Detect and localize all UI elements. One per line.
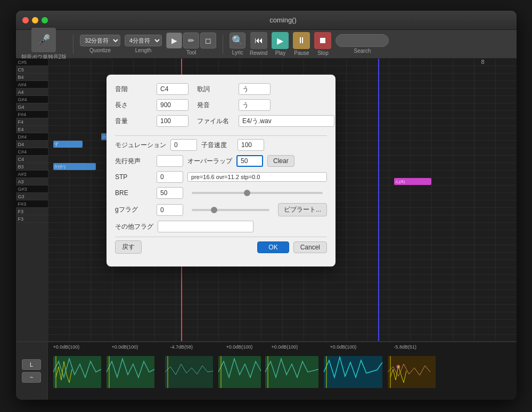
title-bar: coming() <box>16 11 517 30</box>
piano-key-f3[interactable]: F3 <box>16 208 48 215</box>
piano-key-b4[interactable]: B4 <box>16 74 48 81</box>
mod-row: モジュレーション 子音速度 <box>115 139 327 151</box>
vibrato-button[interactable]: ビブラート... <box>278 203 327 216</box>
avatar-group: 🎤 朝音ボウ単独音2版 <box>21 28 67 61</box>
length-row: 長さ <box>115 99 189 111</box>
cancel-button[interactable]: Cancel <box>293 241 327 253</box>
piano-key-f3b[interactable]: F3 <box>16 215 48 223</box>
tilde-button[interactable]: ~ <box>22 372 41 383</box>
piano-key-g4[interactable]: G4 <box>16 103 48 111</box>
lyric-label: Lyric <box>232 50 243 55</box>
cursor-tool-btn[interactable]: ▶ <box>166 33 182 49</box>
prevoice-input[interactable] <box>157 155 183 167</box>
pronunciation-label: 発音 <box>197 101 234 110</box>
piano-key-e4[interactable]: E4 <box>16 126 48 133</box>
length-select[interactable]: 4分音符 8分音符 2分音符 <box>125 35 162 46</box>
piano-key-gs3[interactable]: G#3 <box>16 185 48 193</box>
search-label: Search <box>354 48 371 54</box>
prevoice-label: 先行発声 <box>115 157 152 166</box>
other-flags-label: その他フラグ <box>115 222 153 231</box>
length-group: 4分音符 8分音符 2分音符 Length <box>125 35 162 53</box>
piano-key-cs5[interactable]: C#5 <box>16 59 48 66</box>
minimize-button[interactable] <box>32 17 38 23</box>
bar-marker-8: 8 <box>481 59 484 65</box>
divider-1 <box>73 35 73 54</box>
volume-input[interactable] <box>157 115 189 127</box>
piano-key-fs3[interactable]: F#3 <box>16 200 48 208</box>
rewind-label: Rewind <box>250 50 267 56</box>
pronunciation-input[interactable] <box>239 99 271 111</box>
erase-tool-btn[interactable]: ◻ <box>200 33 216 49</box>
bottom-section: L ~ +0.0dB(100) +0.0dB(100) -4.7dB(58) +… <box>16 341 517 400</box>
piano-key-a3[interactable]: A3 <box>16 178 48 185</box>
piano-key-a4[interactable]: A4 <box>16 88 48 96</box>
lyric-row: 歌詞 <box>197 83 334 95</box>
lyric-label: 歌詞 <box>197 85 234 94</box>
piano-key-as4[interactable]: A#4 <box>16 81 48 88</box>
quontize-label: Quontize <box>89 47 111 53</box>
note-properties-dialog: 音階 長さ 音量 歌詞 発音 <box>107 75 335 266</box>
reset-button[interactable]: 戻す <box>115 240 142 254</box>
stp-input[interactable] <box>157 171 183 183</box>
piano-key-g3[interactable]: G3 <box>16 193 48 200</box>
dialog-row-1: 音階 長さ 音量 歌詞 発音 <box>115 83 327 131</box>
piano-key-c4[interactable]: C4 <box>16 156 48 163</box>
gflag-row: gフラグ ビブラート... <box>115 203 327 216</box>
note-n[interactable]: ん(A) <box>394 178 431 185</box>
filename-input[interactable] <box>239 115 334 127</box>
dialog-buttons-row: 戻す OK Cancel <box>115 240 327 254</box>
pause-group: ⏸ Pause <box>293 32 310 56</box>
close-button[interactable] <box>22 17 29 23</box>
maximize-button[interactable] <box>42 17 48 23</box>
svg-rect-0 <box>53 356 101 388</box>
piano-key-d4[interactable]: D4 <box>16 141 48 148</box>
stp-label: STP <box>115 173 152 181</box>
child-speed-input[interactable] <box>238 139 264 151</box>
tool-label: Tool <box>186 50 196 55</box>
child-speed-label: 子音速度 <box>201 141 233 150</box>
gflag-slider-thumb[interactable] <box>211 207 217 213</box>
modulation-label: モジュレーション <box>115 141 166 150</box>
pencil-tool-btn[interactable]: ✏ <box>183 33 199 49</box>
piano-key-cs4[interactable]: C#4 <box>16 148 48 156</box>
length-input[interactable] <box>157 99 189 111</box>
modulation-input[interactable] <box>170 139 197 151</box>
bre-slider[interactable] <box>192 192 323 194</box>
piano-key-fs4[interactable]: F#4 <box>16 111 48 118</box>
other-flags-input[interactable] <box>158 221 253 232</box>
piano-key-b3[interactable]: B3 <box>16 163 48 171</box>
play-label: Play <box>275 50 285 56</box>
ok-button[interactable]: OK <box>257 241 289 253</box>
clear-button[interactable]: Clear <box>267 155 294 167</box>
gflag-slider[interactable] <box>192 209 269 211</box>
lyric-input[interactable] <box>239 83 271 95</box>
pause-btn[interactable]: ⏸ <box>293 32 310 49</box>
piano-key-gs4[interactable]: G#4 <box>16 96 48 103</box>
bre-slider-thumb[interactable] <box>244 190 250 196</box>
stp-row: STP pre=16.6 ovr=11.2 stp=0.0 <box>115 171 327 183</box>
piano-key-f4[interactable]: F4 <box>16 118 48 126</box>
note-ka[interactable]: か(か) <box>53 163 96 170</box>
scale-input[interactable] <box>157 83 189 95</box>
svg-rect-2 <box>107 356 154 388</box>
search-input[interactable] <box>335 34 389 47</box>
length-label: Length <box>135 47 152 53</box>
wf-label-5: +0.0dB(100) <box>272 344 298 350</box>
piano-key-ds4[interactable]: D#4 <box>16 133 48 141</box>
volume-row: 音量 <box>115 115 189 127</box>
stop-btn[interactable]: ⏹ <box>314 32 331 49</box>
overlap-input[interactable] <box>236 155 263 167</box>
rewind-btn[interactable]: ⏮ <box>250 32 267 49</box>
lyric-btn[interactable]: 🔍 <box>230 33 245 49</box>
svg-rect-6 <box>218 356 261 388</box>
gflag-input[interactable] <box>157 204 183 216</box>
note-zu[interactable]: ず <box>53 141 83 148</box>
stop-group: ⏹ Stop <box>314 32 331 56</box>
play-btn[interactable]: ▶ <box>272 32 289 49</box>
piano-key-c5[interactable]: C5 <box>16 66 48 74</box>
l-button[interactable]: L <box>22 359 41 370</box>
bre-input[interactable] <box>157 187 183 199</box>
scale-row: 音階 <box>115 83 189 95</box>
piano-key-as3[interactable]: A#3 <box>16 171 48 178</box>
quontize-select[interactable]: 32分音符 16分音符 8分音符 <box>80 35 120 46</box>
